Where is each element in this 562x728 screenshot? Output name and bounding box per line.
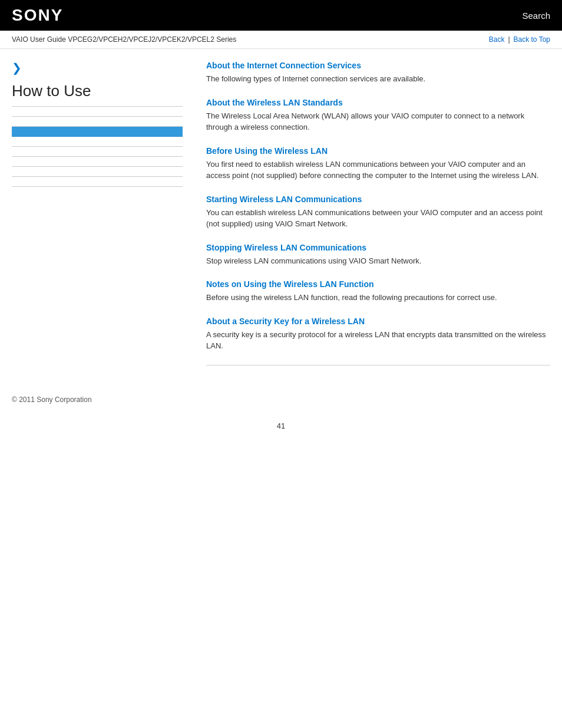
section-starting-wireless: Starting Wireless LAN Communications You… xyxy=(206,195,550,230)
section-internet-connection: About the Internet Connection Services T… xyxy=(206,61,550,85)
desc-security-key: A security key is a security protocol fo… xyxy=(206,329,550,352)
link-wireless-standards[interactable]: About the Wireless LAN Standards xyxy=(206,98,550,107)
sidebar-arrow-icon: ❯ xyxy=(12,61,183,75)
back-to-top-link[interactable]: Back to Top xyxy=(514,35,550,44)
sidebar-item-4[interactable] xyxy=(12,137,183,147)
sidebar-item-3-highlighted[interactable] xyxy=(12,127,183,137)
section-notes-wireless: Notes on Using the Wireless LAN Function… xyxy=(206,279,550,304)
sidebar-item-1[interactable] xyxy=(12,107,183,117)
link-stopping-wireless[interactable]: Stopping Wireless LAN Communications xyxy=(206,243,550,252)
link-notes-wireless[interactable]: Notes on Using the Wireless LAN Function xyxy=(206,279,550,289)
desc-internet-connection: The following types of Internet connecti… xyxy=(206,73,550,85)
sony-logo: SONY xyxy=(12,6,63,25)
content-area: About the Internet Connection Services T… xyxy=(194,61,550,365)
page-number: 41 xyxy=(0,410,562,442)
sidebar-item-5[interactable] xyxy=(12,147,183,157)
sidebar: ❯ How to Use xyxy=(12,61,194,365)
desc-wireless-standards: The Wireless Local Area Network (WLAN) a… xyxy=(206,110,550,133)
nav-separator: | xyxy=(508,35,510,44)
back-link[interactable]: Back xyxy=(489,35,505,44)
section-wireless-standards: About the Wireless LAN Standards The Wir… xyxy=(206,98,550,133)
section-before-using-wireless: Before Using the Wireless LAN You first … xyxy=(206,146,550,182)
desc-notes-wireless: Before using the wireless LAN function, … xyxy=(206,292,550,304)
link-security-key[interactable]: About a Security Key for a Wireless LAN xyxy=(206,317,550,326)
section-security-key: About a Security Key for a Wireless LAN … xyxy=(206,317,550,352)
copyright-text: © 2011 Sony Corporation xyxy=(12,396,92,404)
section-stopping-wireless: Stopping Wireless LAN Communications Sto… xyxy=(206,243,550,267)
footer: © 2011 Sony Corporation xyxy=(0,383,562,410)
header: SONY Search xyxy=(0,0,562,31)
desc-stopping-wireless: Stop wireless LAN communications using V… xyxy=(206,255,550,267)
sidebar-item-7[interactable] xyxy=(12,167,183,177)
breadcrumb: VAIO User Guide VPCEG2/VPCEH2/VPCEJ2/VPC… xyxy=(12,35,236,44)
sidebar-item-2[interactable] xyxy=(12,117,183,127)
link-before-using-wireless[interactable]: Before Using the Wireless LAN xyxy=(206,146,550,156)
nav-bar: VAIO User Guide VPCEG2/VPCEH2/VPCEJ2/VPC… xyxy=(0,31,562,49)
desc-starting-wireless: You can establish wireless LAN communica… xyxy=(206,207,550,230)
main-content: ❯ How to Use About the Internet Connecti… xyxy=(0,49,562,383)
link-internet-connection[interactable]: About the Internet Connection Services xyxy=(206,61,550,70)
content-divider xyxy=(206,365,550,365)
nav-links: Back | Back to Top xyxy=(489,35,550,44)
link-starting-wireless[interactable]: Starting Wireless LAN Communications xyxy=(206,195,550,204)
desc-before-using-wireless: You first need to establish wireless LAN… xyxy=(206,159,550,182)
search-button[interactable]: Search xyxy=(522,11,550,21)
sidebar-title: How to Use xyxy=(12,82,183,107)
sidebar-item-8[interactable] xyxy=(12,177,183,187)
sidebar-item-6[interactable] xyxy=(12,157,183,167)
